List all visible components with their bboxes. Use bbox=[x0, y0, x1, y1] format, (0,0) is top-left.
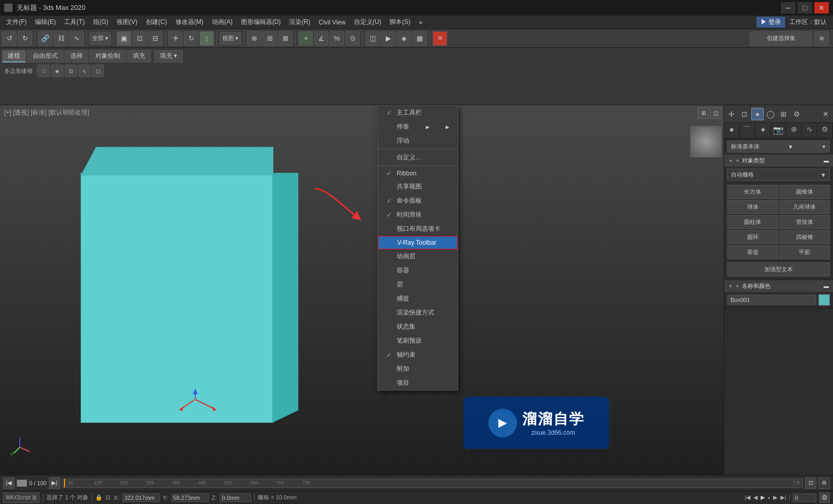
bind-button[interactable]: ∿ bbox=[69, 31, 84, 46]
name-color-header[interactable]: ▼ 名称和颜色 ▬ bbox=[724, 280, 833, 292]
ribbon-tab-paint[interactable]: 对象绘制 bbox=[90, 50, 126, 62]
menu-group[interactable]: 组(G) bbox=[89, 17, 112, 28]
rp-tab-spacewarps[interactable]: ∿ bbox=[802, 123, 817, 138]
ctx-float[interactable]: 浮动 bbox=[378, 134, 458, 148]
rp-utilities-btn[interactable]: ⚙ bbox=[790, 108, 803, 120]
ribbon-tab-populate[interactable]: 填充 bbox=[127, 50, 151, 62]
minimize-button[interactable]: ─ bbox=[781, 2, 796, 14]
anim-next-frame[interactable]: ▶| bbox=[49, 477, 60, 489]
ribbon-polygon-btn-3[interactable]: ⊡ bbox=[65, 65, 77, 77]
render-frame-button[interactable]: ▦ bbox=[412, 31, 427, 46]
object-name-input[interactable] bbox=[727, 295, 816, 305]
menu-animation[interactable]: 动画(A) bbox=[208, 17, 237, 28]
ctx-brush-presets[interactable]: 笔刷预设 bbox=[378, 334, 458, 348]
ctx-shared-view[interactable]: 共享视图 bbox=[378, 180, 458, 194]
rp-tab-systems[interactable]: ⚙ bbox=[817, 123, 833, 138]
ctx-anim-layer[interactable]: 动画层 bbox=[378, 249, 458, 263]
ctx-status-sets[interactable]: 状态集 bbox=[378, 320, 458, 334]
ribbon-tab-freeform[interactable]: 自由形式 bbox=[27, 50, 64, 62]
select-region-button[interactable]: ⊡ bbox=[132, 31, 147, 46]
render-button[interactable]: ▶ bbox=[381, 31, 396, 46]
pivot-button[interactable]: ⊕ bbox=[247, 31, 261, 46]
object-color-swatch[interactable] bbox=[818, 294, 830, 306]
menu-view[interactable]: 视图(V) bbox=[112, 17, 142, 28]
timeline[interactable]: 25 125 200 325 385 430 535 600 700 750 7… bbox=[62, 478, 803, 488]
ctx-command-panel[interactable]: ✓ 命令面板 bbox=[378, 194, 458, 208]
view-dropdown[interactable]: 视图 ▾ bbox=[220, 32, 241, 45]
ctx-layer[interactable]: 层 bbox=[378, 278, 458, 292]
ctx-pause[interactable]: 停靠 ▶ bbox=[378, 120, 458, 134]
ctx-container[interactable]: 容器 bbox=[378, 263, 458, 278]
undo-button[interactable]: ↺ bbox=[2, 31, 17, 46]
btn-teapot[interactable]: 茶壶 bbox=[727, 245, 778, 259]
btn-cone[interactable]: 圆锥体 bbox=[779, 185, 830, 199]
ctx-render-shortcut[interactable]: 渲染快捷方式 bbox=[378, 306, 458, 320]
filter-dropdown[interactable]: 全部 ▾ bbox=[90, 32, 111, 45]
ctx-project[interactable]: 项目 bbox=[378, 376, 458, 390]
btn-tube[interactable]: 管状体 bbox=[779, 215, 830, 229]
menu-file[interactable]: 文件(F) bbox=[2, 17, 31, 28]
ctx-main-toolbar[interactable]: ✓ 主工具栏 bbox=[378, 106, 458, 120]
material-editor-button[interactable]: ◈ bbox=[397, 31, 411, 46]
create-selection-set-button[interactable]: 创建选择集 bbox=[750, 31, 812, 46]
y-coord-input[interactable] bbox=[171, 494, 209, 502]
ribbon-polygon-btn-5[interactable]: ◻ bbox=[92, 65, 104, 77]
anim-ctrl-play[interactable]: ▶ bbox=[761, 494, 765, 501]
ribbon-fill-mode-dropdown[interactable]: 填充 ▾ bbox=[154, 50, 183, 62]
anim-time-config[interactable]: ⚙ bbox=[818, 477, 830, 489]
anim-ctrl-prevkey[interactable]: ◀ bbox=[753, 494, 758, 501]
rp-type-dropdown[interactable]: 标准基本体 ▼ bbox=[727, 141, 830, 153]
menu-render[interactable]: 渲染(R) bbox=[285, 17, 314, 28]
z-coord-input[interactable] bbox=[220, 494, 251, 502]
ctx-axis-constraint[interactable]: ✓ 轴约束 bbox=[378, 348, 458, 362]
btn-cylinder[interactable]: 圆柱体 bbox=[727, 215, 778, 229]
anim-ctrl-prev[interactable]: |◀ bbox=[744, 494, 750, 501]
menu-graph[interactable]: 图形编辑器(D) bbox=[237, 17, 285, 28]
ctx-vray-toolbar[interactable]: V-Ray Toolbar bbox=[378, 236, 458, 249]
render-setup-button[interactable]: ◫ bbox=[365, 31, 380, 46]
auto-grid-dropdown[interactable]: 自动栅格 ▼ bbox=[727, 169, 830, 181]
ribbon-polygon-btn-2[interactable]: ◈ bbox=[51, 65, 64, 77]
rp-tab-cameras[interactable]: 📷 bbox=[771, 123, 787, 138]
select-button[interactable]: ▣ bbox=[117, 31, 131, 46]
select-name-button[interactable]: ⊟ bbox=[148, 31, 162, 46]
redo-button[interactable]: ↻ bbox=[18, 31, 32, 46]
menu-workspace[interactable]: 工作区：默认 bbox=[785, 17, 831, 28]
link-button[interactable]: 🔗 bbox=[38, 31, 53, 46]
ctx-customize[interactable]: 自定义… bbox=[378, 150, 458, 165]
btn-box[interactable]: 长方体 bbox=[727, 185, 778, 199]
rp-close-btn[interactable]: ✕ bbox=[819, 108, 832, 120]
menu-create[interactable]: 创建(C) bbox=[142, 17, 171, 28]
btn-plane[interactable]: 平面 bbox=[779, 245, 830, 259]
menu-customize[interactable]: 自定义(U) bbox=[350, 17, 386, 28]
mirror-button[interactable]: ⊠ bbox=[278, 31, 293, 46]
anim-key-mode[interactable]: ⊡ bbox=[805, 477, 816, 489]
ribbon-tab-select[interactable]: 选择 bbox=[65, 50, 89, 62]
menu-tools[interactable]: 工具(T) bbox=[60, 17, 89, 28]
spinner-snap-button[interactable]: ⊙ bbox=[345, 31, 360, 46]
move-button[interactable]: ✛ bbox=[168, 31, 183, 46]
menu-edit[interactable]: 编辑(E) bbox=[31, 17, 60, 28]
menu-login[interactable]: ▶ 登录 bbox=[756, 17, 785, 28]
rp-tab-lights[interactable]: ✦ bbox=[755, 123, 771, 138]
ctx-ribbon[interactable]: ✓ Ribbon bbox=[378, 167, 458, 180]
anim-prev-frame[interactable]: |◀ bbox=[3, 477, 15, 489]
ribbon-tab-modeling[interactable]: 建模 bbox=[2, 50, 26, 62]
rp-hierarchy-btn[interactable]: ● bbox=[751, 108, 764, 120]
ribbon-polygon-btn-4[interactable]: ∿ bbox=[78, 65, 91, 77]
angle-snap-button[interactable]: ∡ bbox=[314, 31, 329, 46]
object-type-header[interactable]: ▼ 对象类型 ▬ bbox=[724, 155, 833, 167]
named-selections-button[interactable]: ⊞ bbox=[814, 31, 829, 46]
rp-create-btn[interactable]: ✛ bbox=[725, 108, 738, 120]
maximize-button[interactable]: □ bbox=[798, 2, 812, 14]
btn-torus[interactable]: 圆环 bbox=[727, 230, 778, 244]
rp-tab-geometry[interactable]: ● bbox=[724, 123, 740, 138]
ctx-addon[interactable]: 附加 bbox=[378, 362, 458, 376]
anim-ctrl-stop[interactable]: ▪ bbox=[768, 495, 770, 501]
anim-ctrl-next[interactable]: ▶| bbox=[780, 494, 786, 501]
rp-modify-btn[interactable]: ⊡ bbox=[738, 108, 751, 120]
rotate-button[interactable]: ↻ bbox=[184, 31, 198, 46]
btn-pyramid[interactable]: 四棱锥 bbox=[779, 230, 830, 244]
btn-sphere[interactable]: 球体 bbox=[727, 200, 778, 214]
menu-civil[interactable]: Civil View bbox=[314, 18, 350, 27]
